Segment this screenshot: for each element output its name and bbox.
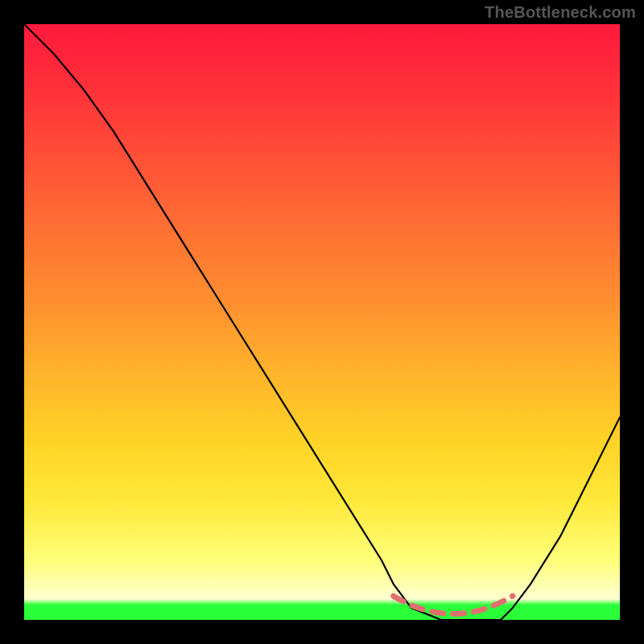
watermark-label: TheBottleneck.com — [485, 3, 636, 22]
trough-marker — [394, 596, 513, 613]
chart-frame: TheBottleneck.com — [0, 0, 644, 644]
bottleneck-curve — [24, 24, 620, 620]
plot-area — [24, 24, 620, 620]
curve-path — [24, 24, 620, 620]
